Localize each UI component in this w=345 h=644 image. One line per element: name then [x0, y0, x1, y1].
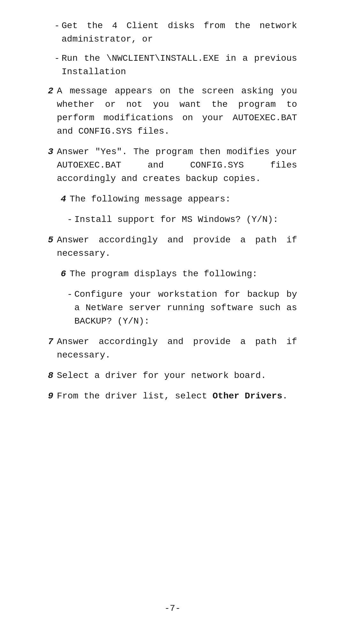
page-number: -7- — [165, 603, 180, 613]
item-content-7: Answer accordingly and provide a path if… — [57, 335, 297, 362]
item-number-6: 6 — [61, 267, 70, 281]
numbered-item-6: 6 The program displays the following: — [61, 267, 297, 281]
item9-text-after: . — [282, 391, 288, 401]
item-4-sub-text: Install support for MS Windows? (Y/N): — [74, 213, 297, 226]
page-container: - Get the 4 Client disks from the networ… — [42, 0, 303, 644]
bullet-text-1: Get the 4 Client disks from the network … — [62, 19, 297, 46]
item-number-3: 3 — [48, 145, 57, 159]
item9-bold: Other Drivers — [212, 391, 282, 401]
item-number-5: 5 — [48, 233, 57, 247]
item-content-6: The program displays the following: — [70, 267, 297, 281]
item-4-block: 4 The following message appears: - Insta… — [48, 192, 297, 226]
item-number-2: 2 — [48, 84, 57, 98]
bullet-item-1: - Get the 4 Client disks from the networ… — [48, 19, 297, 46]
item-content-9: From the driver list, select Other Drive… — [57, 389, 297, 403]
item-number-9: 9 — [48, 389, 57, 403]
numbered-item-7: 7 Answer accordingly and provide a path … — [48, 335, 297, 362]
item-content-3: Answer "Yes". The program then modifies … — [57, 145, 297, 185]
item-6-sub: - Configure your workstation for backup … — [61, 288, 297, 328]
item-6-sub-text: Configure your workstation for backup by… — [74, 288, 297, 328]
item-number-4: 4 — [61, 192, 70, 206]
item9-text-before: From the driver list, select — [57, 391, 212, 401]
bullet-item-2: - Run the \NWCLIENT\INSTALL.EXE in a pre… — [48, 52, 297, 79]
item-number-7: 7 — [48, 335, 57, 349]
numbered-item-8: 8 Select a driver for your network board… — [48, 369, 297, 382]
item-4-sub: - Install support for MS Windows? (Y/N): — [61, 213, 297, 226]
item-content-4: The following message appears: — [70, 192, 297, 206]
item-number-8: 8 — [48, 369, 57, 382]
item-content-8: Select a driver for your network board. — [57, 369, 297, 382]
item-6-block: 6 The program displays the following: - … — [48, 267, 297, 328]
bullet-dash-1: - — [54, 19, 60, 46]
bullet-dash-2: - — [54, 52, 60, 79]
item-4-sub-dash: - — [67, 213, 73, 226]
content-area: - Get the 4 Client disks from the networ… — [48, 19, 297, 595]
item-content-5: Answer accordingly and provide a path if… — [57, 233, 297, 260]
item-content-2: A message appears on the screen asking y… — [57, 84, 297, 138]
item-6-sub-dash: - — [67, 288, 73, 328]
numbered-item-2: 2 A message appears on the screen asking… — [48, 84, 297, 138]
page-footer: -7- — [48, 595, 297, 625]
numbered-item-4: 4 The following message appears: — [61, 192, 297, 206]
numbered-item-5: 5 Answer accordingly and provide a path … — [48, 233, 297, 260]
bullet-text-2: Run the \NWCLIENT\INSTALL.EXE in a previ… — [62, 52, 297, 79]
numbered-item-3: 3 Answer "Yes". The program then modifie… — [48, 145, 297, 185]
numbered-item-9: 9 From the driver list, select Other Dri… — [48, 389, 297, 403]
